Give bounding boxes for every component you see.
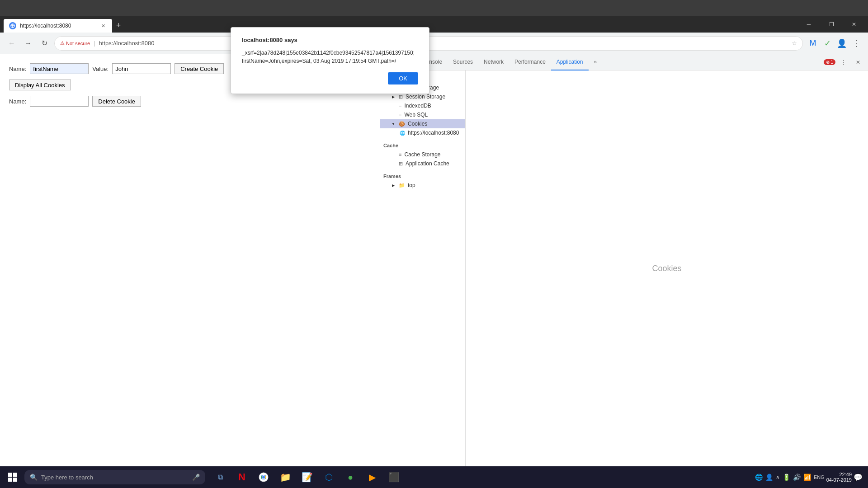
alert-title: localhost:8080 says — [242, 37, 418, 43]
alert-message-line2: firstName=John,expires=Sat, 03 Aug 2019 … — [242, 58, 396, 64]
alert-message-line1: _xsrf=2|aa78d248|155e03842b1142f0cbe9345… — [242, 50, 415, 56]
alert-dialog: localhost:8080 says _xsrf=2|aa78d248|155… — [231, 27, 429, 94]
alert-overlay: localhost:8080 says _xsrf=2|aa78d248|155… — [0, 0, 868, 488]
alert-body: _xsrf=2|aa78d248|155e03842b1142f0cbe9345… — [242, 49, 418, 65]
alert-button-row: OK — [242, 72, 418, 84]
alert-ok-button[interactable]: OK — [388, 72, 418, 84]
